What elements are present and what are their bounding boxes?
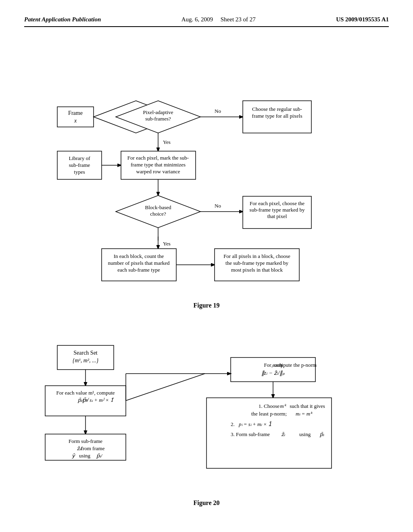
header-date: Aug. 6, 2009 (181, 16, 213, 23)
svg-text:, compute the p-norm: , compute the p-norm (271, 362, 317, 368)
svg-text:most pixels in that block: most pixels in that block (231, 267, 283, 273)
page: Patent Application Publication Aug. 6, 2… (0, 0, 413, 532)
header-publication-title: Patent Application Publication (24, 16, 101, 23)
svg-text:Block-based: Block-based (145, 204, 171, 210)
svg-text:No: No (215, 203, 221, 209)
svg-text:Yes: Yes (163, 241, 171, 247)
svg-text:the least p-norm;: the least p-norm; (251, 411, 287, 417)
svg-text:the sub-frame type marked by: the sub-frame type marked by (225, 260, 288, 266)
svg-text:z̄ᵢ: z̄ᵢ (281, 431, 285, 437)
svg-text:mᵢ = mᵏ: mᵢ = mᵏ (296, 411, 313, 417)
svg-text:sub-frame: sub-frame (69, 162, 90, 168)
figure-19-bottom-svg: Yes In each block, count the number of p… (33, 237, 380, 297)
svg-text:For each pixel, choose the: For each pixel, choose the (250, 200, 305, 206)
svg-text:from frame: from frame (81, 445, 105, 451)
svg-text:‖zᵢ − z̄ᵢ/‖ₚ: ‖zᵢ − z̄ᵢ/‖ₚ (261, 370, 285, 376)
header-date-sheet: Aug. 6, 2009 Sheet 23 of 27 (181, 16, 256, 23)
svg-text:choice?: choice? (150, 211, 166, 217)
figure-20-svg: Search Set {m¹, m², ...} For each value … (33, 333, 380, 495)
svg-text:For each value m¹, compute: For each value m¹, compute (56, 390, 115, 396)
figure-20-container: Search Set {m¹, m², ...} For each value … (24, 333, 389, 519)
svg-text:Yes: Yes (163, 139, 171, 145)
svg-text:sub-frame type marked by: sub-frame type marked by (250, 207, 305, 213)
svg-text:using: using (299, 431, 311, 437)
svg-text:Library of: Library of (69, 155, 90, 161)
svg-text:that pixel: that pixel (267, 213, 287, 219)
svg-text:frame type for all pixels: frame type for all pixels (252, 113, 302, 119)
svg-text:2.: 2. (231, 421, 235, 427)
svg-text:In each block, count the: In each block, count the (114, 253, 164, 259)
svg-text:pᵢ = sᵢ + mᵢ × 1̄: pᵢ = sᵢ + mᵢ × 1̄ (238, 421, 272, 427)
svg-text:sub-frames?: sub-frames? (145, 116, 171, 122)
svg-text:types: types (74, 169, 85, 175)
page-header: Patent Application Publication Aug. 6, 2… (24, 16, 389, 27)
svg-text:1. Choose: 1. Choose (259, 403, 280, 409)
svg-text:warped row variance: warped row variance (136, 168, 180, 175)
svg-text:Form sub-frame: Form sub-frame (69, 438, 102, 444)
svg-text:each sub-frame type: each sub-frame type (117, 267, 160, 273)
svg-text:For all pixels in a block, cho: For all pixels in a block, choose (223, 253, 290, 259)
header-patent-number: US 2009/0195535 A1 (336, 16, 389, 23)
svg-text:No: No (215, 108, 221, 114)
svg-text:p̄ᵢ/ = sᵢ + mᴶ × 1̄: p̄ᵢ/ = sᵢ + mᴶ × 1̄ (77, 397, 115, 403)
figure-19-label: Figure 19 (193, 302, 219, 309)
svg-text:Frame: Frame (68, 110, 83, 116)
svg-text:Search Set: Search Set (73, 350, 98, 356)
svg-text:Pixel-adaptive: Pixel-adaptive (143, 109, 173, 115)
svg-text:number of pixels that marked: number of pixels that marked (108, 260, 170, 266)
header-sheet: Sheet 23 of 27 (221, 16, 256, 23)
figure-19-svg: Frame x Pixel-adaptive sub-frames? No Ch… (33, 43, 380, 241)
svg-rect-62 (231, 357, 315, 382)
svg-text:frame type that minimizes: frame type that minimizes (131, 162, 186, 168)
svg-text:using: using (79, 453, 91, 459)
figure-20-label: Figure 20 (193, 499, 219, 507)
svg-text:p̄ᵢ: p̄ᵢ (319, 431, 324, 437)
svg-text:p̄ᵢ/: p̄ᵢ/ (96, 453, 103, 459)
svg-text:Choose the regular sub-: Choose the regular sub- (252, 106, 302, 112)
svg-line-80 (126, 374, 205, 401)
figure-19-container: Frame x Pixel-adaptive sub-frames? No Ch… (24, 43, 389, 321)
svg-text:such that it gives: such that it gives (290, 403, 325, 409)
svg-text:3. Form sub-frame: 3. Form sub-frame (231, 431, 270, 437)
svg-text:x: x (74, 118, 77, 124)
svg-text:mᵏ: mᵏ (280, 403, 286, 409)
svg-text:{m¹, m², ...}: {m¹, m², ...} (73, 357, 99, 364)
svg-text:For each pixel, mark the sub-: For each pixel, mark the sub- (127, 155, 189, 161)
